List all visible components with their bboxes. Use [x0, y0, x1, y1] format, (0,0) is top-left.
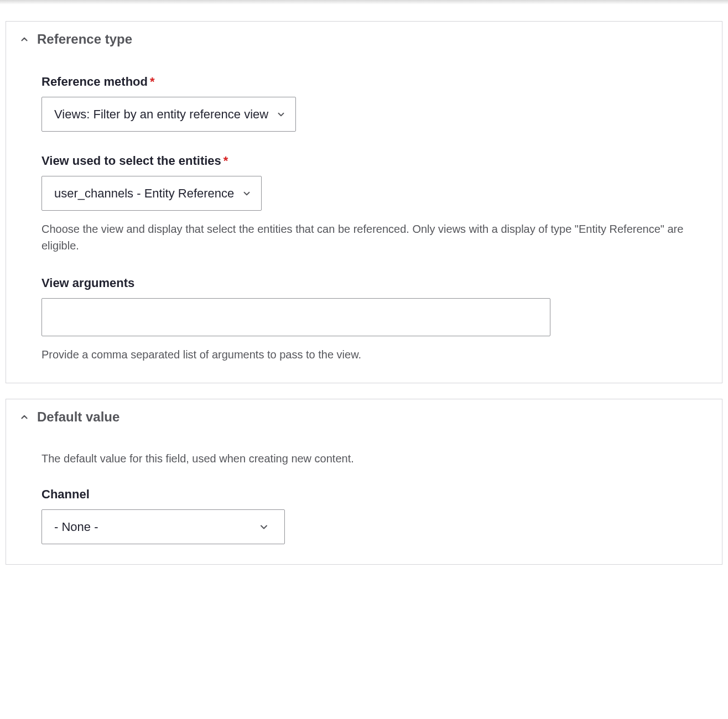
reference-method-select-wrapper: Views: Filter by an entity reference vie…	[41, 97, 296, 132]
default-value-body: The default value for this field, used w…	[6, 435, 722, 564]
default-value-intro: The default value for this field, used w…	[41, 452, 687, 465]
view-used-field: View used to select the entities* user_c…	[41, 154, 687, 254]
view-arguments-label: View arguments	[41, 276, 687, 290]
view-used-label: View used to select the entities*	[41, 154, 687, 168]
reference-type-section: Reference type Reference method* Views: …	[6, 21, 722, 383]
channel-label: Channel	[41, 487, 687, 502]
required-marker: *	[223, 154, 228, 168]
required-marker: *	[150, 75, 155, 88]
view-arguments-field: View arguments Provide a comma separated…	[41, 276, 687, 363]
channel-select[interactable]: - None -	[41, 509, 285, 544]
reference-type-body: Reference method* Views: Filter by an en…	[6, 57, 722, 383]
reference-method-field: Reference method* Views: Filter by an en…	[41, 75, 687, 132]
reference-type-summary[interactable]: Reference type	[6, 22, 722, 57]
view-used-description: Choose the view and display that select …	[41, 221, 687, 254]
view-used-select-wrapper: user_channels - Entity Reference	[41, 176, 262, 211]
reference-type-title: Reference type	[37, 32, 132, 47]
channel-select-wrapper: - None -	[41, 509, 285, 544]
chevron-up-icon	[19, 34, 29, 44]
default-value-section: Default value The default value for this…	[6, 399, 722, 565]
view-arguments-description: Provide a comma separated list of argume…	[41, 346, 687, 363]
default-value-summary[interactable]: Default value	[6, 399, 722, 435]
chevron-up-icon	[19, 412, 29, 422]
view-arguments-input[interactable]	[41, 298, 550, 336]
channel-field: Channel - None -	[41, 487, 687, 544]
view-used-select[interactable]: user_channels - Entity Reference	[41, 176, 262, 211]
reference-method-label: Reference method*	[41, 75, 687, 89]
default-value-title: Default value	[37, 409, 119, 425]
reference-method-select[interactable]: Views: Filter by an entity reference vie…	[41, 97, 296, 132]
